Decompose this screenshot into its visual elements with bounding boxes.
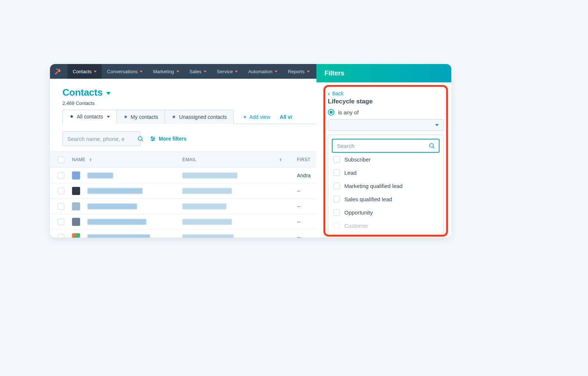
add-view-button[interactable]: + Add view bbox=[243, 114, 270, 120]
redacted-text bbox=[87, 234, 150, 238]
filter-property-name: Lifecycle stage bbox=[328, 98, 444, 105]
select-all-checkbox[interactable] bbox=[58, 156, 64, 163]
option-lead[interactable]: Lead bbox=[332, 166, 440, 179]
nav-item-marketing[interactable]: Marketing bbox=[148, 64, 184, 79]
app-window: Contacts Conversations Marketing Sales S… bbox=[50, 64, 451, 238]
column-header-email[interactable]: EMAIL ▲▼ bbox=[182, 157, 290, 162]
more-filters-button[interactable]: More filters bbox=[150, 136, 186, 142]
option-checkbox[interactable] bbox=[333, 209, 340, 216]
nav-item-contacts[interactable]: Contacts bbox=[68, 64, 102, 79]
nav-item-label: Contacts bbox=[73, 69, 92, 74]
option-label: Subscriber bbox=[344, 156, 371, 163]
redacted-text bbox=[87, 173, 113, 178]
avatar bbox=[72, 218, 80, 226]
pin-icon bbox=[123, 115, 128, 119]
row-checkbox[interactable] bbox=[58, 172, 64, 179]
nav-item-conversations[interactable]: Conversations bbox=[102, 64, 148, 79]
option-checkbox[interactable] bbox=[333, 182, 340, 189]
option-checkbox[interactable] bbox=[333, 222, 340, 229]
chevron-down-icon bbox=[435, 124, 439, 126]
nav-item-label: Automation bbox=[248, 69, 272, 74]
nav-item-label: Conversations bbox=[107, 69, 137, 74]
value-dropdown: Subscriber Lead Marketing qualified lead… bbox=[328, 135, 444, 236]
search-input-wrap[interactable] bbox=[62, 131, 140, 146]
row-checkbox[interactable] bbox=[58, 219, 64, 225]
cell-value: -- bbox=[297, 203, 300, 209]
more-filters-label: More filters bbox=[159, 136, 186, 142]
column-label: EMAIL bbox=[182, 157, 196, 162]
option-checkbox[interactable] bbox=[333, 156, 340, 163]
pin-icon bbox=[69, 114, 74, 119]
svg-point-8 bbox=[430, 143, 434, 148]
dropdown-search-wrap[interactable] bbox=[332, 139, 440, 153]
svg-point-4 bbox=[138, 136, 142, 141]
redacted-text bbox=[182, 203, 226, 209]
column-label: FIRST bbox=[297, 157, 311, 162]
row-checkbox[interactable] bbox=[58, 203, 64, 210]
page-title[interactable]: Contacts bbox=[62, 87, 103, 98]
option-label: Customer bbox=[344, 223, 368, 229]
all-views-link[interactable]: All vi bbox=[280, 114, 292, 120]
option-checkbox[interactable] bbox=[333, 196, 340, 202]
pin-icon bbox=[172, 115, 176, 119]
option-label: Sales qualified lead bbox=[344, 196, 392, 202]
chevron-down-icon[interactable] bbox=[106, 92, 111, 95]
option-opportunity[interactable]: Opportunity bbox=[332, 206, 440, 219]
cell-value: Andra bbox=[297, 173, 311, 178]
avatar bbox=[72, 171, 80, 180]
option-label: Lead bbox=[344, 170, 356, 176]
redacted-text bbox=[182, 219, 232, 225]
radio-selected-icon[interactable] bbox=[328, 109, 334, 116]
tab-all-contacts[interactable]: All contacts bbox=[63, 110, 117, 124]
tab-my-contacts[interactable]: My contacts bbox=[117, 110, 165, 124]
search-input[interactable] bbox=[67, 136, 137, 142]
option-subscriber[interactable]: Subscriber bbox=[332, 153, 440, 166]
filters-panel: Filters Back Lifecycle stage is any of bbox=[316, 64, 451, 238]
column-header-name[interactable]: NAME ▲▼ bbox=[72, 157, 182, 162]
nav-item-reports[interactable]: Reports bbox=[283, 64, 315, 79]
hubspot-logo-icon bbox=[54, 67, 62, 76]
tab-label: Unassigned contacts bbox=[179, 114, 227, 120]
chevron-down-icon bbox=[307, 71, 310, 72]
tab-label: All contacts bbox=[77, 114, 103, 120]
tab-unassigned-contacts[interactable]: Unassigned contacts bbox=[165, 110, 233, 124]
nav-item-automation[interactable]: Automation bbox=[243, 64, 283, 79]
nav-item-sales[interactable]: Sales bbox=[184, 64, 212, 79]
svg-point-6 bbox=[154, 138, 155, 139]
sliders-icon bbox=[150, 136, 156, 142]
redacted-text bbox=[182, 234, 234, 238]
option-sql[interactable]: Sales qualified lead bbox=[332, 192, 440, 206]
option-mql[interactable]: Marketing qualified lead bbox=[332, 179, 440, 192]
search-icon bbox=[137, 135, 144, 142]
back-button[interactable]: Back bbox=[328, 91, 444, 96]
svg-point-7 bbox=[152, 140, 153, 141]
condition-label: is any of bbox=[338, 109, 359, 116]
cell-value: -- bbox=[297, 188, 300, 194]
avatar bbox=[72, 233, 80, 238]
condition-radio-row[interactable]: is any of bbox=[328, 109, 444, 116]
nav-item-label: Service bbox=[217, 69, 233, 74]
chevron-down-icon bbox=[275, 71, 277, 72]
redacted-text bbox=[87, 188, 143, 194]
option-label: Marketing qualified lead bbox=[344, 183, 402, 189]
cell-value: -- bbox=[297, 219, 300, 225]
svg-point-5 bbox=[151, 137, 153, 138]
nav-item-service[interactable]: Service bbox=[212, 64, 243, 79]
filters-title: Filters bbox=[325, 70, 344, 77]
chevron-down-icon bbox=[140, 71, 143, 72]
chevron-down-icon bbox=[176, 71, 179, 72]
nav-item-label: Marketing bbox=[153, 69, 174, 74]
nav-item-label: Reports bbox=[288, 69, 305, 74]
add-view-label: Add view bbox=[249, 114, 270, 120]
option-checkbox[interactable] bbox=[333, 169, 340, 176]
row-checkbox[interactable] bbox=[58, 188, 64, 194]
option-customer[interactable]: Customer bbox=[332, 219, 440, 232]
search-icon bbox=[429, 142, 435, 149]
dropdown-search-input[interactable] bbox=[337, 143, 429, 149]
chevron-down-icon bbox=[204, 71, 207, 72]
cell-value: -- bbox=[297, 234, 300, 238]
tab-label: My contacts bbox=[131, 114, 158, 120]
chevron-down-icon bbox=[94, 71, 97, 72]
row-checkbox[interactable] bbox=[58, 234, 64, 238]
value-select[interactable] bbox=[328, 119, 444, 131]
